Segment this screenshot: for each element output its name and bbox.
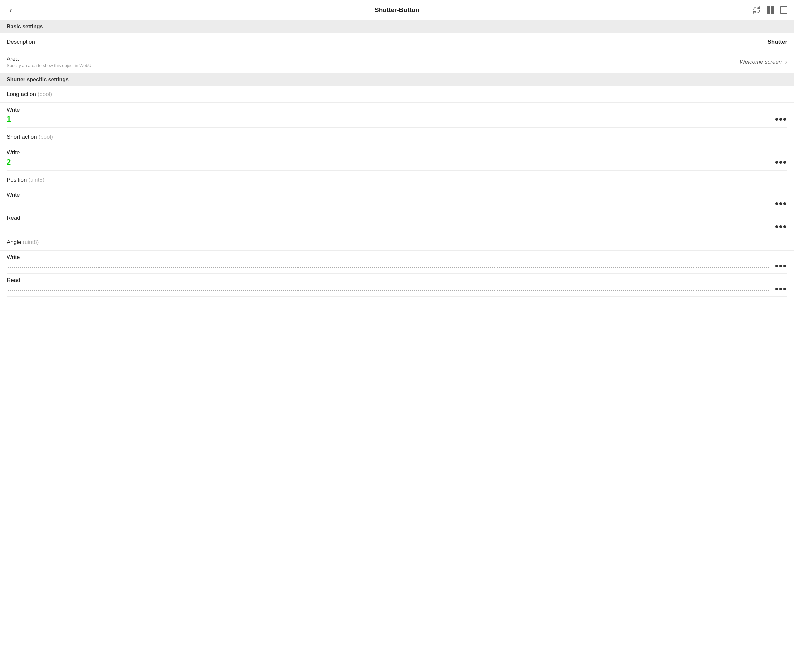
position-label: Position (uint8) — [6, 177, 44, 183]
grid-cell — [767, 10, 770, 14]
long-action-number: 1 — [6, 115, 19, 123]
area-row-top: Area Specify an area to show this object… — [6, 56, 788, 68]
area-subtext: Specify an area to show this object in W… — [6, 63, 93, 68]
angle-write-block: Write — [0, 251, 794, 274]
position-write-line-row — [6, 201, 788, 211]
position-read-block: Read — [0, 211, 794, 234]
angle-write-line-row — [6, 263, 788, 274]
shutter-specific-header: Shutter specific settings — [0, 73, 794, 86]
long-action-write-label: Write — [6, 107, 788, 113]
dot — [780, 202, 782, 205]
area-label-block: Area Specify an area to show this object… — [6, 56, 93, 68]
dot — [783, 118, 786, 121]
long-action-write-entry: 1 — [6, 115, 788, 128]
dot — [783, 265, 786, 267]
dot — [775, 202, 778, 205]
position-read-label: Read — [6, 215, 788, 221]
position-type: (uint8) — [28, 177, 44, 183]
dot — [775, 161, 778, 164]
refresh-icon[interactable] — [753, 6, 761, 14]
grid-icon-box — [767, 6, 774, 14]
angle-type: (uint8) — [22, 239, 38, 245]
expand-icon[interactable] — [780, 6, 788, 14]
basic-settings-header: Basic settings — [0, 20, 794, 33]
short-action-type-row: Short action (bool) — [0, 129, 794, 146]
dot — [780, 265, 782, 267]
app-header: ‹ Shutter-Button — [0, 0, 794, 20]
angle-read-label: Read — [6, 277, 788, 283]
position-type-row: Position (uint8) — [0, 172, 794, 189]
short-action-write-block: Write 2 — [0, 146, 794, 171]
description-row: Description Shutter — [0, 33, 794, 51]
grid-cell — [767, 6, 770, 10]
dot — [775, 265, 778, 267]
angle-read-dotted-line — [6, 290, 769, 291]
area-row[interactable]: Area Specify an area to show this object… — [0, 51, 794, 73]
dot — [780, 118, 782, 121]
short-action-dotted-line — [19, 165, 769, 165]
long-action-more-button[interactable] — [774, 117, 788, 122]
dot — [780, 225, 782, 228]
dot — [783, 161, 786, 164]
grid-cell — [771, 10, 774, 14]
short-action-more-button[interactable] — [774, 160, 788, 165]
angle-read-block: Read — [0, 274, 794, 296]
position-read-line-row — [6, 224, 788, 234]
short-action-number: 2 — [6, 158, 19, 166]
long-action-write-block: Write 1 — [0, 102, 794, 128]
area-value: Welcome screen — [740, 59, 782, 65]
header-right — [753, 6, 788, 14]
angle-write-more-button[interactable] — [774, 263, 788, 269]
angle-type-row: Angle (uint8) — [0, 234, 794, 251]
position-write-more-button[interactable] — [774, 201, 788, 206]
angle-write-label: Write — [6, 254, 788, 261]
page-title: Shutter-Button — [375, 6, 419, 14]
description-value: Shutter — [768, 38, 788, 45]
dot — [780, 161, 782, 164]
position-write-label: Write — [6, 192, 788, 198]
long-action-type: (bool) — [38, 91, 52, 97]
short-action-type: (bool) — [38, 134, 53, 140]
dot — [775, 118, 778, 121]
area-value-container: Welcome screen › — [740, 58, 788, 66]
long-action-type-row: Long action (bool) — [0, 86, 794, 102]
position-read-dotted-line — [6, 228, 769, 228]
angle-read-more-button[interactable] — [774, 286, 788, 291]
header-left: ‹ — [6, 4, 15, 16]
position-read-more-button[interactable] — [774, 224, 788, 229]
short-action-write-entry: 2 — [6, 158, 788, 171]
long-action-label: Long action (bool) — [6, 91, 52, 97]
grid-icon[interactable] — [767, 6, 774, 14]
dot — [783, 202, 786, 205]
chevron-right-icon: › — [785, 58, 788, 66]
dot — [775, 225, 778, 228]
position-write-dotted-line — [6, 205, 769, 205]
area-label: Area — [6, 56, 93, 62]
short-action-label: Short action (bool) — [6, 134, 53, 140]
square-icon-box — [780, 6, 788, 14]
dot — [783, 225, 786, 228]
dot — [780, 288, 782, 290]
back-button[interactable]: ‹ — [6, 4, 15, 16]
angle-label: Angle (uint8) — [6, 239, 38, 245]
dot — [775, 288, 778, 290]
dot — [783, 288, 786, 290]
short-action-write-label: Write — [6, 149, 788, 156]
angle-read-line-row — [6, 286, 788, 296]
description-label: Description — [6, 38, 35, 45]
long-action-dotted-line — [19, 122, 769, 122]
position-write-block: Write — [0, 189, 794, 211]
grid-cell — [771, 6, 774, 10]
